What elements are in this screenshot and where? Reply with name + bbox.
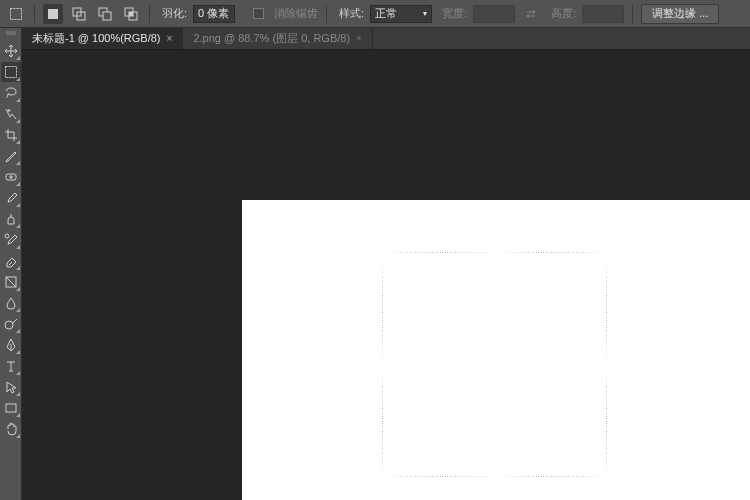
dodge-tool[interactable] <box>1 314 21 334</box>
type-tool[interactable] <box>1 356 21 376</box>
tab-label: 未标题-1 @ 100%(RGB/8) <box>32 31 161 46</box>
divider <box>632 5 633 23</box>
refine-edge-button[interactable]: 调整边缘 ... <box>641 4 719 24</box>
crop-tool[interactable] <box>1 125 21 145</box>
close-icon[interactable]: × <box>167 33 173 44</box>
rectangle-shape-tool[interactable] <box>1 398 21 418</box>
eraser-tool[interactable] <box>1 251 21 271</box>
panel-grip-icon[interactable] <box>0 30 21 38</box>
antialias-checkbox <box>253 8 264 19</box>
document-tabs: 未标题-1 @ 100%(RGB/8) × 2.png @ 88.7% (图层 … <box>0 28 750 50</box>
hand-tool[interactable] <box>1 419 21 439</box>
document-canvas[interactable] <box>242 200 750 500</box>
healing-brush-tool[interactable] <box>1 167 21 187</box>
quick-selection-tool[interactable] <box>1 104 21 124</box>
clone-stamp-tool[interactable] <box>1 209 21 229</box>
tab-label: 2.png @ 88.7% (图层 0, RGB/8) <box>193 31 350 46</box>
svg-rect-14 <box>6 404 16 412</box>
antialias-label: 消除锯齿 <box>274 6 318 21</box>
document-tab-active[interactable]: 未标题-1 @ 100%(RGB/8) × <box>22 28 183 49</box>
brush-tool[interactable] <box>1 188 21 208</box>
width-label: 宽度: <box>442 6 467 21</box>
canvas-area[interactable] <box>22 50 750 500</box>
gradient-tool[interactable] <box>1 272 21 292</box>
height-label: 高度: <box>551 6 576 21</box>
svg-rect-5 <box>103 12 111 20</box>
svg-rect-0 <box>11 8 22 19</box>
tool-panel <box>0 28 22 500</box>
selection-subtract-icon[interactable] <box>95 4 115 24</box>
current-tool-indicator[interactable] <box>6 4 26 24</box>
chevron-down-icon: ▾ <box>423 9 427 18</box>
divider <box>326 5 327 23</box>
feather-input[interactable] <box>193 5 235 23</box>
history-brush-tool[interactable] <box>1 230 21 250</box>
style-value: 正常 <box>375 6 397 21</box>
style-select[interactable]: 正常 ▾ <box>370 5 432 23</box>
height-input <box>582 5 624 23</box>
eyedropper-tool[interactable] <box>1 146 21 166</box>
width-input <box>473 5 515 23</box>
blur-tool[interactable] <box>1 293 21 313</box>
options-bar: 羽化: 消除锯齿 样式: 正常 ▾ 宽度: 高度: 调整边缘 ... <box>0 0 750 28</box>
move-tool[interactable] <box>1 41 21 61</box>
close-icon[interactable]: × <box>356 33 362 44</box>
swap-dimensions-icon <box>521 4 541 24</box>
marquee-selection[interactable] <box>382 252 607 477</box>
selection-add-icon[interactable] <box>69 4 89 24</box>
svg-rect-9 <box>5 67 16 78</box>
pen-tool[interactable] <box>1 335 21 355</box>
path-selection-tool[interactable] <box>1 377 21 397</box>
divider <box>149 5 150 23</box>
rectangular-marquee-tool[interactable] <box>1 62 21 82</box>
selection-intersect-icon[interactable] <box>121 4 141 24</box>
svg-rect-1 <box>48 9 58 19</box>
divider <box>34 5 35 23</box>
lasso-tool[interactable] <box>1 83 21 103</box>
document-tab[interactable]: 2.png @ 88.7% (图层 0, RGB/8) × <box>183 28 373 49</box>
svg-point-13 <box>5 321 13 329</box>
refine-edge-label: 调整边缘 ... <box>652 6 708 21</box>
feather-label: 羽化: <box>162 6 187 21</box>
style-label: 样式: <box>339 6 364 21</box>
selection-new-icon[interactable] <box>43 4 63 24</box>
svg-point-11 <box>5 234 9 238</box>
svg-rect-8 <box>129 12 133 16</box>
